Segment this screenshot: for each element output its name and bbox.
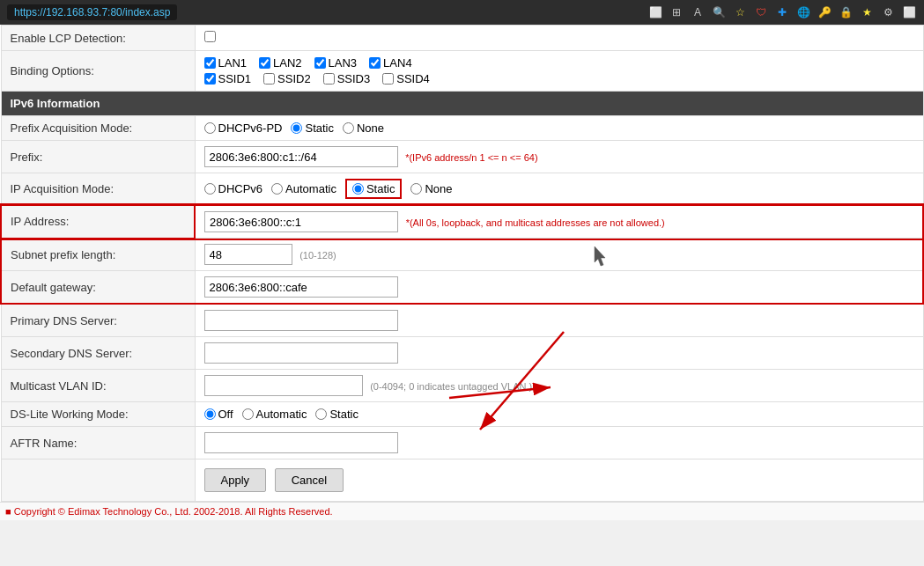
browser-translate-icon: 🌐 xyxy=(795,4,811,20)
ip-acq-label: IP Acquisition Mode: xyxy=(1,173,195,206)
dslite-off-item[interactable]: Off xyxy=(204,408,233,421)
lan3-item[interactable]: LAN3 xyxy=(314,56,358,70)
prefix-cell: 2806:3e6:800:c1::/64 *(IPv6 address/n 1 … xyxy=(195,141,923,173)
subnet-row: Subnet prefix length: (10-128) xyxy=(1,239,923,271)
browser-window-icon: ⬜ xyxy=(901,4,917,20)
dslite-off-radio[interactable] xyxy=(204,408,216,420)
lan3-checkbox[interactable] xyxy=(314,57,326,69)
ip-address-cell: *(All 0s, loopback, and multicast addres… xyxy=(195,205,923,239)
footer-row: ■ Copyright © Edimax Technology Co., Ltd… xyxy=(0,502,924,520)
gateway-input[interactable] xyxy=(204,276,398,298)
ip-static-highlight: Static xyxy=(345,179,403,199)
ip-address-hint: *(All 0s, loopback, and multicast addres… xyxy=(406,217,665,228)
prefix-input[interactable]: 2806:3e6:800:c1::/64 xyxy=(204,146,398,167)
secondary-dns-cell xyxy=(195,337,923,370)
ip-acq-group: DHCPv6 Automatic Static xyxy=(204,179,914,199)
ip-acq-row: IP Acquisition Mode: DHCPv6 Automatic xyxy=(1,173,923,206)
browser-lock-icon: 🔒 xyxy=(838,4,854,20)
ssid1-item[interactable]: SSID1 xyxy=(204,72,252,85)
browser-tab-icon: ⬜ xyxy=(647,4,663,20)
multicast-input[interactable] xyxy=(204,375,363,396)
browser-grid-icon: ⊞ xyxy=(669,4,684,20)
ssid3-label: SSID3 xyxy=(337,72,371,85)
subnet-input[interactable] xyxy=(204,244,292,265)
prefix-static-radio[interactable] xyxy=(291,122,302,134)
ip-none-radio[interactable] xyxy=(410,183,422,195)
ssid2-item[interactable]: SSID2 xyxy=(263,72,311,85)
ip-none-item[interactable]: None xyxy=(410,182,452,195)
ssid3-item[interactable]: SSID3 xyxy=(323,72,371,85)
ip-dhcpv6-radio[interactable] xyxy=(204,183,216,195)
ip-dhcpv6-label: DHCPv6 xyxy=(218,182,263,195)
browser-rating-icon: ★ xyxy=(859,4,875,20)
prefix-none-radio[interactable] xyxy=(343,122,354,134)
cancel-button[interactable]: Cancel xyxy=(275,468,344,492)
prefix-acq-group: DHCPv6-PD Static None xyxy=(204,121,914,135)
lan4-checkbox[interactable] xyxy=(369,57,381,69)
dslite-off-label: Off xyxy=(218,408,233,421)
page-content: Enable LCP Detection: Binding Options: L… xyxy=(0,25,924,502)
ip-automatic-item[interactable]: Automatic xyxy=(271,182,336,195)
browser-shield-red-icon: 🛡 xyxy=(753,4,769,20)
ip-dhcpv6-item[interactable]: DHCPv6 xyxy=(204,182,263,195)
gateway-cell xyxy=(195,271,923,305)
browser-icons: ⬜ ⊞ A 🔍 ☆ 🛡 ✚ 🌐 🔑 🔒 ★ ⚙ ⬜ xyxy=(647,4,917,20)
ssid4-label: SSID4 xyxy=(396,72,430,85)
prefix-row: Prefix: 2806:3e6:800:c1::/64 *(IPv6 addr… xyxy=(1,141,923,173)
secondary-dns-input[interactable] xyxy=(204,342,398,364)
browser-star-icon[interactable]: ☆ xyxy=(732,4,748,20)
ip-automatic-radio[interactable] xyxy=(271,183,283,195)
ip-static-item[interactable]: Static xyxy=(352,182,395,195)
browser-key-icon: 🔑 xyxy=(817,4,832,20)
enable-lcp-row: Enable LCP Detection: xyxy=(1,26,923,51)
ssid4-checkbox[interactable] xyxy=(382,73,394,85)
ssid1-checkbox[interactable] xyxy=(204,73,216,85)
primary-dns-input[interactable] xyxy=(204,310,398,331)
prefix-dhcpv6pd-radio[interactable] xyxy=(204,122,216,134)
dslite-row: DS-Lite Working Mode: Off Automatic xyxy=(1,402,923,427)
ipv6-section-label: IPv6 Information xyxy=(1,92,923,116)
prefix-static-item[interactable]: Static xyxy=(291,121,334,135)
enable-lcp-checkbox[interactable] xyxy=(204,31,216,42)
primary-dns-cell xyxy=(195,304,923,337)
aftr-label: AFTR Name: xyxy=(1,427,195,459)
subnet-hint: (10-128) xyxy=(299,250,336,261)
ssid4-item[interactable]: SSID4 xyxy=(382,72,430,85)
ssid-checkbox-line: SSID1 SSID2 SSID3 xyxy=(204,72,914,85)
ip-address-row: IP Address: *(All 0s, loopback, and mult… xyxy=(1,205,923,239)
dslite-automatic-item[interactable]: Automatic xyxy=(242,408,307,421)
dslite-label: DS-Lite Working Mode: xyxy=(1,402,195,427)
lan1-item[interactable]: LAN1 xyxy=(204,56,248,70)
prefix-acq-label: Prefix Acquisition Mode: xyxy=(1,116,195,141)
ssid3-checkbox[interactable] xyxy=(323,73,335,85)
lan2-checkbox[interactable] xyxy=(259,57,270,69)
ip-static-label: Static xyxy=(366,182,395,195)
lan4-item[interactable]: LAN4 xyxy=(369,56,412,70)
prefix-dhcpv6pd-item[interactable]: DHCPv6-PD xyxy=(204,121,283,135)
dslite-static-radio[interactable] xyxy=(315,408,327,420)
gateway-row: Default gateway: xyxy=(1,271,923,305)
subnet-cell: (10-128) xyxy=(195,239,923,271)
ip-static-radio[interactable] xyxy=(352,183,364,195)
lan2-item[interactable]: LAN2 xyxy=(259,56,302,70)
multicast-hint: (0-4094; 0 indicates untagged VLAN.) xyxy=(370,381,532,392)
dslite-static-label: Static xyxy=(329,408,359,421)
apply-button[interactable]: Apply xyxy=(204,468,267,492)
lan1-checkbox[interactable] xyxy=(204,57,216,69)
browser-search-icon: 🔍 xyxy=(711,4,727,20)
dslite-automatic-radio[interactable] xyxy=(242,408,254,420)
secondary-dns-label: Secondary DNS Server: xyxy=(1,337,195,370)
multicast-label: Multicast VLAN ID: xyxy=(1,370,195,402)
aftr-input[interactable] xyxy=(204,432,398,453)
dslite-group: Off Automatic Static xyxy=(204,408,914,421)
ssid2-checkbox[interactable] xyxy=(263,73,275,85)
browser-plus-icon: ✚ xyxy=(774,4,790,20)
ssid2-label: SSID2 xyxy=(277,72,311,85)
dslite-static-item[interactable]: Static xyxy=(315,408,359,421)
ip-address-input[interactable] xyxy=(204,211,398,232)
browser-bar: https://192.168.93.7:80/index.asp ⬜ ⊞ A … xyxy=(0,0,924,25)
footer-text: ■ Copyright © Edimax Technology Co., Ltd… xyxy=(5,506,333,517)
gateway-label: Default gateway: xyxy=(1,271,195,305)
aftr-row: AFTR Name: xyxy=(1,427,923,459)
prefix-none-item[interactable]: None xyxy=(343,121,384,135)
